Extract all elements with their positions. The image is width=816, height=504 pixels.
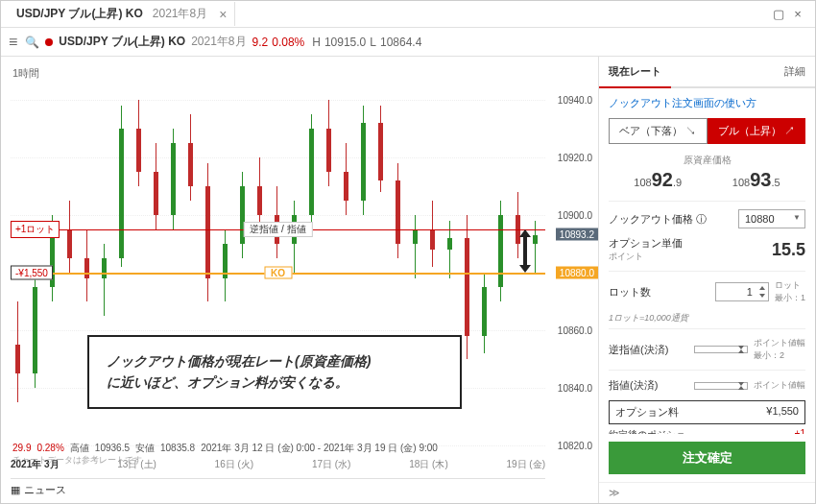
tab-current-rate[interactable]: 現在レート xyxy=(599,57,671,88)
news-label: ニュース xyxy=(24,483,66,497)
menu-icon[interactable]: ≡ xyxy=(9,34,17,51)
x-tick: 16日 (火) xyxy=(215,458,254,471)
unit-price-value: 15.5 xyxy=(688,240,805,260)
tab-symbol: USD/JPY ブル(上昇) KO xyxy=(16,6,143,22)
live-dot-icon xyxy=(45,38,53,46)
ko-price-select[interactable]: 10880 xyxy=(738,209,805,228)
arrow-down-icon: ↘ xyxy=(685,125,696,136)
y-tick: 10920.0 xyxy=(558,153,592,163)
lots-min: ロット 最小：1 xyxy=(775,279,805,304)
unit-price-sub: ポイント xyxy=(609,251,683,263)
bear-button[interactable]: ベア（下落） ↘ xyxy=(609,118,708,144)
option-fee-label: オプション料 xyxy=(615,405,679,420)
stop-input[interactable] xyxy=(694,346,748,353)
search-icon[interactable]: 🔍 xyxy=(25,36,39,49)
stat-change-pct: 0.28% xyxy=(36,443,63,453)
unit-price-label: オプション単価 xyxy=(609,236,683,251)
low-value: 10864.4 xyxy=(380,36,421,49)
window-tab[interactable]: USD/JPY ブル(上昇) KO 2021年8月 × xyxy=(9,2,235,26)
x-tick: 19日 (金) xyxy=(506,458,545,471)
help-link[interactable]: ノックアウト注文画面の使い方 xyxy=(609,96,805,110)
underlying-price-label: 原資産価格 xyxy=(609,154,805,167)
bull-button[interactable]: ブル（上昇） ↗ xyxy=(708,118,806,144)
arrow-up-icon: ↗ xyxy=(784,125,795,136)
x-tick: 17日 (水) xyxy=(312,458,351,471)
post-position-label: 約定後のポジショ… xyxy=(609,428,695,434)
x-tick: 13日 (土) xyxy=(117,458,156,471)
news-icon: ▦ xyxy=(11,484,20,496)
maximize-icon[interactable]: ▢ xyxy=(769,7,788,21)
confirm-order-button[interactable]: 注文確定 xyxy=(609,442,805,474)
direction-segment: ベア（下落） ↘ ブル（上昇） ↗ xyxy=(609,118,805,144)
option-fee-value: ¥1,550 xyxy=(766,405,799,420)
order-panel: 現在レート 詳細 ノックアウト注文画面の使い方 ベア（下落） ↘ ブル（上昇） … xyxy=(599,57,815,503)
high-label: H xyxy=(312,36,321,49)
close-window-icon[interactable]: × xyxy=(788,7,807,21)
callout-line1: ノックアウト価格が現在レート(原資産価格) xyxy=(107,350,443,372)
toolbar: ≡ 🔍 USD/JPY ブル(上昇) KO 2021年8月 9.2 0.08% … xyxy=(1,28,815,57)
limit-pt: ポイント値幅 xyxy=(754,379,805,392)
lot-badge: +1ロット xyxy=(11,221,60,238)
stop-pt: ポイント値幅 最小：2 xyxy=(754,337,805,362)
app-window: USD/JPY ブル(上昇) KO 2021年8月 × ▢ × ≡ 🔍 USD/… xyxy=(0,0,816,504)
close-tab-icon[interactable]: × xyxy=(219,7,227,22)
callout-line2: に近いほど、オプション料が安くなる。 xyxy=(107,372,443,393)
range-arrow-icon xyxy=(516,229,534,273)
timeframe-label: 1時間 xyxy=(12,66,39,81)
stat-lo: 10835.8 xyxy=(160,443,195,453)
lots-note: 1ロット=10,000通貨 xyxy=(609,312,805,324)
news-bar[interactable]: ▦ ニュース xyxy=(11,478,545,497)
stat-change: 29.9 xyxy=(12,443,31,453)
stop-limit-line-label: 逆指値 / 指値 xyxy=(243,222,312,237)
y-tick: 10820.0 xyxy=(558,441,592,451)
high-value: 10915.0 xyxy=(324,36,366,49)
x-month: 2021年 3月 xyxy=(11,458,60,471)
ko-price-tag: 10880.0 xyxy=(556,267,598,279)
annotation-callout: ノックアウト価格が現在レート(原資産価格) に近いほど、オプション料が安くなる。 xyxy=(87,335,462,409)
limit-label: 指値(決済) xyxy=(609,378,688,393)
x-axis: 2021年 3月 13日 (土) 16日 (火) 17日 (水) 18日 (木)… xyxy=(11,455,545,474)
y-tick: 10860.0 xyxy=(558,325,592,336)
stat-hi: 10936.5 xyxy=(95,443,130,453)
titlebar: USD/JPY ブル(上昇) KO 2021年8月 × ▢ × xyxy=(1,1,815,28)
toolbar-symbol: USD/JPY ブル(上昇) KO xyxy=(59,34,185,50)
option-fee-row: オプション料 ¥1,550 xyxy=(609,400,805,424)
tab-detail[interactable]: 詳細 xyxy=(775,57,815,86)
tab-expiry: 2021年8月 xyxy=(153,6,207,22)
stat-range: 2021年 3月 12 日 (金) 0:00 - 2021年 3月 19 日 (… xyxy=(201,442,438,455)
pager-next-icon[interactable]: ≫ xyxy=(599,482,815,503)
current-price-tag: 10893.2 xyxy=(556,228,598,241)
y-tick: 10840.0 xyxy=(558,383,592,394)
stat-lo-label: 安値 xyxy=(135,442,155,455)
lots-label: ロット数 xyxy=(609,285,709,300)
loss-badge: -¥1,550 xyxy=(11,266,53,280)
lots-input[interactable]: 1 xyxy=(715,282,769,301)
ko-price-label: ノックアウト価格 ⓘ xyxy=(609,212,732,227)
ask-price[interactable]: 10893.5 xyxy=(732,169,780,191)
stats-bar: 29.9 0.28% 高値 10936.5 安値 10835.8 2021年 3… xyxy=(12,442,438,455)
stat-hi-label: 高値 xyxy=(70,442,89,455)
stop-label: 逆指値(決済) xyxy=(609,343,688,357)
change-pct: 0.08% xyxy=(272,36,304,49)
post-position-row: 約定後のポジショ… +1 xyxy=(609,428,805,434)
x-tick: 18日 (木) xyxy=(409,458,448,471)
ko-line-label: KO xyxy=(264,267,292,279)
limit-input[interactable] xyxy=(694,382,748,390)
y-tick: 10900.0 xyxy=(558,210,592,221)
bid-price[interactable]: 10892.9 xyxy=(634,169,682,191)
price-quotes: 10892.9 10893.5 xyxy=(609,169,805,191)
info-icon[interactable]: ⓘ xyxy=(696,213,707,225)
y-tick: 10940.0 xyxy=(558,95,592,106)
post-position-value: +1 xyxy=(795,428,805,434)
change-value: 9.2 xyxy=(252,36,269,49)
chart-area[interactable]: 1時間 +1ロット逆指値 / 指値KO-¥1,550 10940.010920.… xyxy=(1,57,599,503)
low-label: L xyxy=(370,36,376,49)
y-axis: 10940.010920.010900.010880.010860.010840… xyxy=(545,85,598,445)
toolbar-expiry: 2021年8月 xyxy=(191,34,246,50)
